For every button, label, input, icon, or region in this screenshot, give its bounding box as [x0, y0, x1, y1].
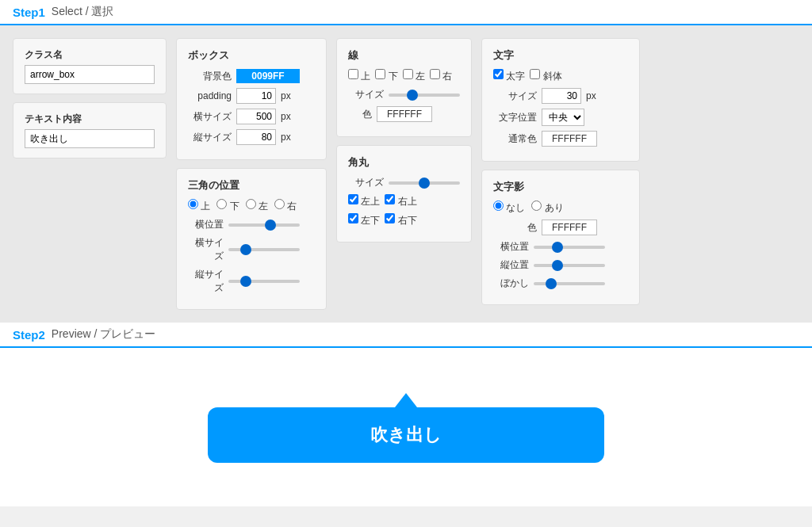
- triangle-top-label[interactable]: 上: [188, 199, 210, 213]
- triangle-right-text: 右: [287, 200, 297, 212]
- border-right-label[interactable]: 右: [430, 69, 452, 83]
- preview-text: 吹き出し: [370, 425, 442, 445]
- text-content-input[interactable]: [25, 129, 155, 148]
- text-style-row: 太字 斜体: [493, 69, 628, 83]
- shadow-none-radio[interactable]: [493, 200, 504, 211]
- text-italic-label[interactable]: 斜体: [530, 69, 561, 83]
- step1-label: Step1: [13, 6, 45, 19]
- step2-label: Step2: [13, 328, 45, 342]
- radius-topleft-label[interactable]: 左上: [348, 194, 380, 208]
- radius-corners-row2: 左下 右下: [348, 213, 460, 227]
- text-position-row: 文字位置 中央 左 右: [493, 109, 628, 126]
- border-size-slider[interactable]: [389, 94, 460, 97]
- radius-bottomright-label[interactable]: 右下: [385, 213, 416, 227]
- shadow-yes-label[interactable]: あり: [531, 200, 563, 215]
- shadow-none-label[interactable]: なし: [493, 200, 525, 215]
- shadow-yes-radio[interactable]: [531, 200, 542, 211]
- arrow-up-indicator: [395, 393, 417, 407]
- radius-size-slider[interactable]: [389, 181, 460, 185]
- triangle-hsize-slider[interactable]: [228, 248, 300, 251]
- triangle-right-label[interactable]: 右: [274, 199, 297, 213]
- box-width-input[interactable]: [236, 109, 276, 124]
- right-column: 文字 太字 斜体 サイズ px 文字位置 中央 左 右 通常色 FFFF: [481, 38, 640, 310]
- triangle-left-radio[interactable]: [246, 199, 256, 209]
- box-height-input[interactable]: [236, 129, 276, 145]
- text-color-label: 通常色: [493, 132, 537, 146]
- text-bold-check[interactable]: [493, 69, 504, 79]
- triangle-hpos-row: 横位置: [188, 218, 315, 231]
- border-size-label: サイズ: [348, 88, 384, 101]
- box-width-label: 横サイズ: [188, 110, 232, 124]
- triangle-bottom-radio[interactable]: [216, 199, 227, 209]
- triangle-hpos-slider[interactable]: [228, 223, 300, 227]
- radius-title: 角丸: [348, 155, 460, 170]
- triangle-hpos-label: 横位置: [188, 218, 224, 231]
- border-top-label[interactable]: 上: [348, 69, 370, 83]
- text-italic-check[interactable]: [530, 69, 540, 79]
- border-left-label[interactable]: 左: [403, 69, 425, 83]
- triangle-bottom-text: 下: [230, 200, 239, 212]
- triangle-card: 三角の位置 上 下 左 右 横: [176, 168, 327, 310]
- text-size-label: サイズ: [493, 90, 537, 103]
- box-padding-row: padding px: [188, 88, 315, 104]
- border-sides-row: 上 下 左 右: [348, 69, 460, 83]
- box-height-row: 縦サイズ px: [188, 129, 315, 145]
- text-bold-label[interactable]: 太字: [493, 69, 525, 83]
- step1-header: Step1 Select / 選択: [0, 0, 812, 25]
- shadow-hpos-slider[interactable]: [534, 246, 605, 249]
- border-bottom-check[interactable]: [375, 69, 385, 79]
- triangle-left-label[interactable]: 左: [246, 199, 268, 213]
- text-size-row: サイズ px: [493, 88, 628, 104]
- shadow-blur-slider[interactable]: [534, 282, 605, 285]
- box-width-unit: px: [281, 111, 291, 122]
- triangle-top-radio[interactable]: [188, 199, 198, 209]
- shadow-color-value[interactable]: FFFFFF: [542, 220, 597, 235]
- shadow-toggle-row: なし あり: [493, 200, 628, 215]
- border-color-value[interactable]: FFFFFF: [377, 106, 432, 122]
- shadow-vpos-label: 縦位置: [493, 258, 529, 272]
- shadow-title: 文字影: [493, 180, 628, 194]
- border-size-row: サイズ: [348, 88, 460, 101]
- box-padding-input[interactable]: [236, 88, 276, 104]
- triangle-bottom-label[interactable]: 下: [216, 199, 239, 213]
- border-radius-column: 線 上 下 左 右 サイズ 色 FFFFFF 角丸 サイズ: [336, 38, 472, 310]
- box-width-row: 横サイズ px: [188, 109, 315, 124]
- triangle-vsize-label: 縦サイズ: [188, 268, 224, 295]
- triangle-hsize-row: 横サイズ: [188, 236, 315, 263]
- arrow-box-wrapper: 吹き出し: [208, 407, 604, 463]
- radius-bottomright-check[interactable]: [385, 213, 395, 223]
- triangle-vsize-row: 縦サイズ: [188, 268, 315, 295]
- classname-card: クラス名: [13, 38, 167, 94]
- step1-subtitle: Select / 選択: [52, 5, 114, 19]
- triangle-vsize-slider[interactable]: [228, 280, 300, 283]
- triangle-direction-row: 上 下 左 右: [188, 199, 315, 213]
- text-content-card: テキスト内容: [13, 102, 167, 158]
- border-card: 線 上 下 左 右 サイズ 色 FFFFFF: [336, 38, 472, 137]
- triangle-right-radio[interactable]: [274, 199, 285, 209]
- border-color-row: 色 FFFFFF: [348, 106, 460, 122]
- radius-bottomleft-check[interactable]: [348, 213, 358, 223]
- shadow-blur-label: ぼかし: [493, 277, 529, 290]
- text-position-label: 文字位置: [493, 111, 537, 124]
- box-height-unit: px: [281, 132, 291, 143]
- radius-bottomleft-label[interactable]: 左下: [348, 213, 380, 227]
- border-right-check[interactable]: [430, 69, 440, 79]
- main-panel: クラス名 テキスト内容 ボックス 背景色 0099FF padding px 横…: [0, 25, 812, 323]
- border-left-check[interactable]: [403, 69, 413, 79]
- box-padding-label: padding: [188, 90, 232, 101]
- box-bgcolor-value[interactable]: 0099FF: [236, 69, 300, 83]
- border-top-check[interactable]: [348, 69, 358, 79]
- text-color-value[interactable]: FFFFFF: [542, 131, 597, 147]
- radius-topleft-check[interactable]: [348, 194, 358, 204]
- shadow-vpos-slider[interactable]: [534, 264, 605, 267]
- text-color-row: 通常色 FFFFFF: [493, 131, 628, 147]
- radius-topright-label[interactable]: 右上: [385, 194, 416, 208]
- shadow-blur-row: ぼかし: [493, 277, 628, 290]
- border-bottom-label[interactable]: 下: [375, 69, 397, 83]
- text-content-label: テキスト内容: [25, 113, 155, 126]
- shadow-color-row: 色 FFFFFF: [493, 220, 628, 235]
- classname-input[interactable]: [25, 65, 155, 84]
- text-position-select[interactable]: 中央 左 右: [542, 109, 584, 126]
- radius-topright-check[interactable]: [385, 194, 395, 204]
- text-size-input[interactable]: [542, 88, 581, 104]
